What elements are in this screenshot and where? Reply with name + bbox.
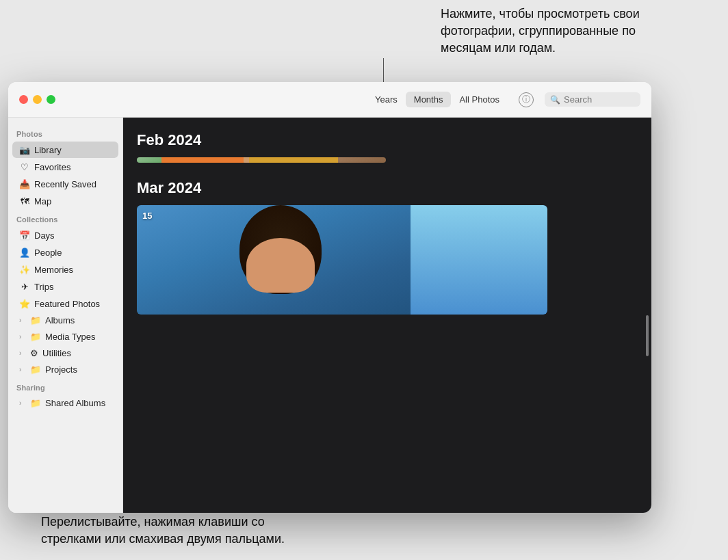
sidebar-item-people[interactable]: 👤 People	[12, 244, 118, 261]
sidebar-label-albums: Albums	[45, 315, 75, 325]
sidebar-label-trips: Trips	[34, 282, 53, 292]
photos-window: Years Months All Photos ⓘ 🔍 Photos 📷 Lib…	[8, 82, 651, 513]
sidebar-item-library[interactable]: 📷 Library	[12, 142, 118, 158]
sidebar-item-utilities[interactable]: › ⚙ Utilities	[12, 345, 118, 361]
sidebar-label-recently-saved: Recently Saved	[34, 179, 96, 189]
utilities-icon: ⚙	[30, 348, 38, 358]
feb-photo-grid: 15 16	[137, 157, 638, 163]
sidebar-label-people: People	[34, 248, 62, 258]
trips-icon: ✈	[19, 281, 30, 292]
tab-months[interactable]: Months	[406, 92, 452, 107]
favorites-icon: ♡	[19, 161, 30, 172]
view-tabs: Years Months All Photos	[367, 92, 508, 107]
close-button[interactable]	[19, 95, 28, 104]
sidebar-label-shared-albums: Shared Albums	[45, 398, 105, 408]
sidebar: Photos 📷 Library ♡ Favorites 📥 Recently …	[8, 118, 123, 513]
annotation-top: Нажмите, чтобы просмотреть свои фотограф…	[441, 0, 673, 57]
tab-all-photos[interactable]: All Photos	[451, 92, 508, 107]
sidebar-item-media-types[interactable]: › 📁 Media Types	[12, 329, 118, 345]
recently-saved-icon: 📥	[19, 178, 30, 189]
sidebar-label-days: Days	[34, 230, 55, 241]
sidebar-item-favorites[interactable]: ♡ Favorites	[12, 159, 118, 175]
month-label-feb: Feb 2024	[137, 131, 638, 149]
sidebar-section-photos: Photos	[8, 124, 122, 141]
projects-icon: 📁	[30, 364, 41, 375]
month-section-feb: Feb 2024	[137, 131, 638, 163]
month-section-mar: Mar 2024 15	[137, 179, 638, 315]
sidebar-label-utilities: Utilities	[42, 348, 71, 358]
shared-albums-expand-icon: ›	[19, 399, 26, 407]
sidebar-label-map: Map	[34, 196, 51, 206]
people-icon: 👤	[19, 247, 30, 258]
utilities-expand-icon: ›	[19, 349, 26, 357]
sidebar-item-projects[interactable]: › 📁 Projects	[12, 362, 118, 377]
sidebar-label-media-types: Media Types	[45, 332, 95, 342]
sidebar-item-map[interactable]: 🗺 Map	[12, 193, 118, 209]
photo-feb-main[interactable]: 15	[137, 157, 386, 163]
photo-badge-mar-15: 15	[142, 211, 152, 221]
featured-photos-icon: ⭐	[19, 298, 30, 309]
info-button[interactable]: ⓘ	[519, 92, 534, 107]
sidebar-label-library: Library	[34, 145, 62, 155]
sidebar-section-sharing: Sharing	[8, 378, 122, 395]
sidebar-label-featured-photos: Featured Photos	[34, 299, 100, 309]
photo-area[interactable]: Feb 2024	[123, 118, 651, 513]
mar-photo-grid: 15	[137, 205, 638, 315]
main-content: Photos 📷 Library ♡ Favorites 📥 Recently …	[8, 118, 651, 513]
projects-expand-icon: ›	[19, 366, 26, 373]
media-types-expand-icon: ›	[19, 333, 26, 341]
sidebar-label-memories: Memories	[34, 265, 73, 275]
media-types-icon: 📁	[30, 332, 41, 342]
library-icon: 📷	[19, 144, 30, 155]
photo-mar-main[interactable]: 15	[137, 205, 547, 315]
minimize-button[interactable]	[33, 95, 42, 104]
maximize-button[interactable]	[47, 95, 55, 104]
sidebar-section-collections: Collections	[8, 210, 122, 226]
sidebar-item-recently-saved[interactable]: 📥 Recently Saved	[12, 176, 118, 192]
albums-icon: 📁	[30, 315, 41, 325]
albums-expand-icon: ›	[19, 317, 26, 324]
search-box[interactable]: 🔍	[545, 92, 640, 107]
traffic-lights	[19, 95, 55, 104]
sidebar-label-favorites: Favorites	[34, 162, 70, 172]
search-icon: 🔍	[550, 95, 560, 105]
search-input[interactable]	[564, 94, 635, 105]
memories-icon: ✨	[19, 264, 30, 275]
scrollbar-thumb[interactable]	[646, 315, 649, 356]
month-label-mar: Mar 2024	[137, 179, 638, 197]
sidebar-label-projects: Projects	[45, 364, 77, 375]
map-icon: 🗺	[19, 196, 30, 206]
sidebar-item-albums[interactable]: › 📁 Albums	[12, 312, 118, 328]
sidebar-item-shared-albums[interactable]: › 📁 Shared Albums	[12, 395, 118, 411]
tab-years[interactable]: Years	[367, 92, 406, 107]
days-icon: 📅	[19, 230, 30, 241]
shared-albums-icon: 📁	[30, 398, 41, 408]
toolbar: Years Months All Photos ⓘ 🔍	[8, 82, 651, 118]
sidebar-item-trips[interactable]: ✈ Trips	[12, 278, 118, 295]
sidebar-item-memories[interactable]: ✨ Memories	[12, 261, 118, 278]
annotation-bottom: Перелистывайте, нажимая клавиши со стрел…	[41, 514, 301, 548]
sidebar-item-featured-photos[interactable]: ⭐ Featured Photos	[12, 295, 118, 312]
sidebar-item-days[interactable]: 📅 Days	[12, 227, 118, 243]
